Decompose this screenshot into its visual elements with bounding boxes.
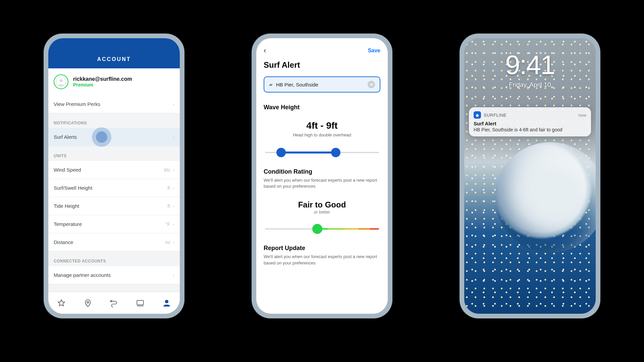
chevron-right-icon: ›: [173, 134, 174, 140]
row-unit: °F: [165, 222, 170, 227]
lockscreen-date: Friday, April 10: [464, 81, 596, 88]
condition-slider[interactable]: [265, 225, 379, 233]
monitor-icon: [136, 299, 145, 307]
chevron-right-icon: ›: [173, 203, 174, 209]
lockscreen-time: 9:41: [464, 50, 596, 80]
row-label: Surf Alerts: [54, 134, 77, 140]
surf-alert-screen: ‹ Save Surf Alert ▰ HB Pier, Southside ✕…: [256, 38, 388, 314]
row-distance[interactable]: Distance mi›: [48, 233, 180, 251]
account-header: ACCOUNT: [48, 38, 180, 68]
phone-surf-alert: ‹ Save Surf Alert ▰ HB Pier, Southside ✕…: [252, 34, 392, 318]
person-icon: [162, 299, 171, 307]
spot-input[interactable]: ▰ HB Pier, Southside ✕: [264, 76, 380, 93]
slider-handle-min[interactable]: [276, 148, 286, 157]
svg-rect-4: [137, 300, 144, 305]
nav-bar: ‹ Save: [256, 38, 388, 58]
row-unit: kts: [164, 167, 170, 173]
tab-cams[interactable]: [135, 298, 145, 308]
row-label: Tide Height: [54, 203, 79, 209]
chevron-right-icon: ›: [173, 222, 174, 227]
account-email: rickkane@surfline.com: [73, 76, 132, 82]
chevron-right-icon: ›: [173, 273, 174, 278]
phone-account-screen: ACCOUNT rickkane@surfline.com Premium Vi…: [48, 38, 180, 314]
phone-account: ACCOUNT rickkane@surfline.com Premium Vi…: [44, 34, 184, 318]
row-unit: mi: [165, 240, 170, 245]
row-partner-accounts[interactable]: Manage partner accounts ›: [48, 266, 180, 284]
pin-icon: [84, 299, 92, 307]
row-label: Wind Speed: [54, 167, 81, 173]
tap-indicator-icon: [92, 127, 111, 147]
section-connected: CONNECTED ACCOUNTS: [48, 251, 180, 266]
chevron-right-icon: ›: [173, 167, 174, 173]
save-button[interactable]: Save: [368, 48, 380, 54]
tab-spots[interactable]: [83, 298, 93, 308]
avatar-icon: [54, 74, 68, 89]
tab-sessions[interactable]: [109, 298, 119, 308]
page-title: Surf Alert: [264, 60, 380, 70]
wave-height-desc: Head high to double overhead: [264, 132, 380, 137]
condition-label: Condition Rating: [264, 168, 380, 175]
account-title: ACCOUNT: [97, 56, 131, 62]
condition-value: Fair to Good: [264, 200, 380, 209]
back-button[interactable]: ‹: [264, 46, 266, 55]
section-units: UNITS: [48, 146, 180, 161]
svg-point-5: [165, 300, 168, 303]
spot-name: HB Pier, Southside: [276, 82, 364, 87]
notification-card[interactable]: ◆ SURFLINE now Surf Alert HB Pier, South…: [469, 107, 591, 136]
notification-time: now: [578, 113, 586, 118]
svg-point-2: [110, 300, 112, 302]
wave-height-label: Wave Height: [264, 104, 380, 111]
row-tide-height[interactable]: Tide Height ft›: [48, 197, 180, 215]
account-tier: Premium: [73, 82, 132, 87]
slider-handle-max[interactable]: [331, 148, 340, 157]
row-wind-speed[interactable]: Wind Speed kts›: [48, 161, 180, 179]
notification-app: SURFLINE: [484, 113, 506, 118]
report-update-label: Report Update: [264, 245, 380, 252]
notification-title: Surf Alert: [474, 121, 586, 126]
tab-bar: [48, 292, 180, 314]
row-unit: ft: [168, 203, 170, 209]
phone-lockscreen: 9:41 Friday, April 10 ◆ SURFLINE now Sur…: [460, 34, 600, 318]
route-icon: [110, 299, 118, 307]
lockscreen: 9:41 Friday, April 10 ◆ SURFLINE now Sur…: [464, 38, 596, 314]
camera-icon: ▰: [269, 82, 273, 87]
slider-handle[interactable]: [312, 224, 322, 234]
row-label: View Premium Perks: [54, 101, 100, 107]
account-user-row[interactable]: rickkane@surfline.com Premium: [48, 68, 180, 95]
tab-favorites[interactable]: [56, 298, 66, 308]
row-label: Distance: [54, 239, 73, 245]
star-icon: [57, 299, 66, 307]
row-premium-perks[interactable]: View Premium Perks ›: [48, 95, 180, 113]
row-temperature[interactable]: Temperature °F›: [48, 215, 180, 233]
app-icon: ◆: [474, 111, 481, 119]
chevron-right-icon: ›: [173, 102, 174, 107]
chevron-right-icon: ›: [173, 185, 174, 191]
svg-point-1: [87, 301, 89, 303]
row-swell-height[interactable]: Surf/Swell Height ft›: [48, 179, 180, 197]
section-notifications: NOTIFICATIONS: [48, 113, 180, 128]
clear-button[interactable]: ✕: [368, 81, 375, 88]
row-unit: ft: [168, 185, 170, 191]
wave-height-slider[interactable]: [265, 148, 379, 157]
row-label: Temperature: [54, 221, 82, 227]
tab-account[interactable]: [162, 298, 172, 308]
notification-body: HB Pier, Southside is 4-6ft and fair to …: [474, 127, 586, 132]
svg-point-0: [60, 79, 63, 82]
row-label: Surf/Swell Height: [54, 185, 92, 191]
report-update-sub: We'll alert you when our forecast expert…: [264, 254, 380, 266]
row-surf-alerts[interactable]: Surf Alerts ›: [48, 128, 180, 146]
condition-sub: We'll alert you when our forecast expert…: [264, 177, 380, 189]
chevron-right-icon: ›: [173, 240, 174, 245]
condition-value-sub: or better: [264, 209, 380, 215]
wave-height-value: 4ft - 9ft: [264, 120, 380, 131]
account-scroll[interactable]: rickkane@surfline.com Premium View Premi…: [48, 68, 180, 292]
row-label: Manage partner accounts: [54, 272, 111, 278]
